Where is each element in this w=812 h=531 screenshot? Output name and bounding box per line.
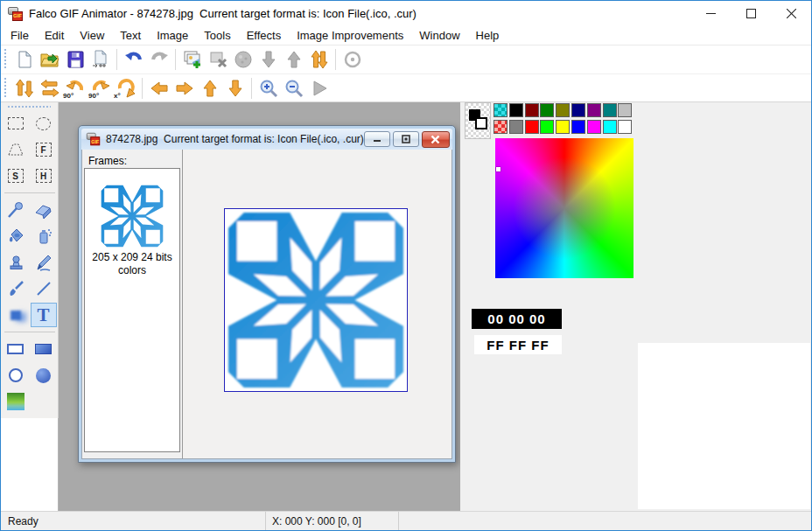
child-close-icon xyxy=(430,135,440,144)
image-child-window[interactable]: GIF 874278.jpg Current target format is:… xyxy=(78,125,456,463)
undo-button[interactable] xyxy=(121,48,146,72)
menu-item-image-improvements[interactable]: Image Improvements xyxy=(289,26,411,45)
tool-select-ellipse[interactable] xyxy=(31,111,57,136)
tool-fill[interactable] xyxy=(3,224,29,248)
palette-swatch-r2c9[interactable] xyxy=(618,120,632,134)
palette-swatch-r1c9[interactable] xyxy=(618,103,632,117)
child-titlebar[interactable]: GIF 874278.jpg Current target format is:… xyxy=(81,129,452,150)
tool-rectangle-filled[interactable] xyxy=(31,337,57,361)
ellipse-outline-icon xyxy=(9,368,23,382)
menu-item-file[interactable]: File xyxy=(3,26,37,45)
zoom-out-button[interactable] xyxy=(281,76,306,100)
palette-swatch-r2c8[interactable] xyxy=(603,120,617,134)
move-right-button[interactable] xyxy=(172,76,197,100)
palette-swatch-r1c7[interactable] xyxy=(587,103,601,117)
toolbar-grip-2[interactable] xyxy=(4,78,8,99)
rotate-any-button[interactable]: x° xyxy=(113,76,138,100)
flip-horizontal-button[interactable] xyxy=(37,76,62,100)
tool-ellipse-outline[interactable] xyxy=(3,363,29,388)
toolbox-grip[interactable] xyxy=(8,105,51,109)
palette-swatch-r2c7[interactable] xyxy=(587,120,601,134)
tool-rectangle-outline[interactable] xyxy=(3,337,29,361)
move-down-button[interactable] xyxy=(222,76,248,100)
foreground-background-colors[interactable] xyxy=(465,102,491,139)
ellipse-filled-icon xyxy=(36,368,51,383)
tool-select-polygon[interactable] xyxy=(3,137,29,162)
polygon-select-icon xyxy=(6,142,25,157)
minimize-icon xyxy=(706,9,716,18)
window-title: Falco GIF Animator - 874278.jpg Current … xyxy=(29,7,416,20)
palette-swatch-r2c4[interactable] xyxy=(540,120,554,134)
maximize-button[interactable] xyxy=(731,1,771,26)
palette-swatch-r1c1[interactable] xyxy=(494,103,508,117)
background-color-swatch[interactable] xyxy=(475,117,487,129)
menu-item-help[interactable]: Help xyxy=(468,26,508,45)
minimize-button[interactable] xyxy=(690,1,731,26)
rotate-left-90-button[interactable]: 90° xyxy=(62,76,88,100)
tool-text[interactable]: T xyxy=(31,303,57,327)
zoom-in-button[interactable] xyxy=(256,76,281,100)
child-restore-button[interactable] xyxy=(393,131,419,147)
frame-thumbnail[interactable] xyxy=(101,185,164,248)
app-window: GIF Falco GIF Animator - 874278.jpg Curr… xyxy=(0,0,812,531)
new-document-icon xyxy=(14,49,35,70)
palette-swatch-r2c6[interactable] xyxy=(571,120,585,134)
frames-list[interactable]: 205 x 209 24 bits colors xyxy=(84,168,180,452)
menu-item-text[interactable]: Text xyxy=(112,26,149,45)
palette-swatch-r1c3[interactable] xyxy=(525,103,539,117)
menu-item-window[interactable]: Window xyxy=(411,26,467,45)
tool-pencil[interactable] xyxy=(31,250,57,275)
primary-color-hex[interactable]: 00 00 00 xyxy=(472,309,562,329)
tool-spray[interactable] xyxy=(31,224,57,248)
export-frame-button[interactable] xyxy=(88,48,113,72)
palette-swatch-r2c1[interactable] xyxy=(494,120,508,134)
tool-stamp[interactable] xyxy=(3,250,29,275)
menu-item-edit[interactable]: Edit xyxy=(37,26,72,45)
menu-item-image[interactable]: Image xyxy=(149,26,196,45)
tool-eyedropper[interactable] xyxy=(3,198,29,222)
color-gradient-picker[interactable] xyxy=(495,138,634,278)
image-canvas[interactable] xyxy=(224,208,408,392)
palette-swatch-r2c2[interactable] xyxy=(509,120,523,134)
rotate-right-label: 90° xyxy=(88,92,99,100)
new-button[interactable] xyxy=(11,48,37,72)
export-frame-icon xyxy=(90,49,111,70)
smudge-icon xyxy=(10,311,21,320)
tool-ellipse-filled[interactable] xyxy=(31,363,57,388)
tool-smudge[interactable] xyxy=(3,303,29,327)
rotate-left-label: 90° xyxy=(63,92,74,100)
tool-line[interactable] xyxy=(31,276,57,301)
palette-swatch-r1c2[interactable] xyxy=(509,103,523,117)
menu-item-tools[interactable]: Tools xyxy=(196,26,238,45)
toolbar-grip[interactable] xyxy=(4,49,8,70)
flip-vertical-button[interactable] xyxy=(11,76,37,100)
rotate-right-90-button[interactable]: 90° xyxy=(88,76,113,100)
tool-eraser[interactable] xyxy=(31,198,57,222)
tool-brush[interactable] xyxy=(3,276,29,301)
palette-swatch-r1c5[interactable] xyxy=(556,103,570,117)
palette-swatch-r1c8[interactable] xyxy=(603,103,617,117)
close-button[interactable] xyxy=(771,1,811,26)
tool-select-f[interactable]: F xyxy=(31,137,57,162)
palette-swatch-r1c6[interactable] xyxy=(571,103,585,117)
child-minimize-button[interactable] xyxy=(364,131,390,147)
tool-select-h[interactable]: H xyxy=(31,164,57,188)
menu-item-effects[interactable]: Effects xyxy=(239,26,290,45)
move-left-button[interactable] xyxy=(146,76,172,100)
secondary-color-hex[interactable]: FF FF FF xyxy=(474,335,562,354)
app-icon-label: GIF xyxy=(13,13,22,18)
open-button[interactable] xyxy=(37,48,62,72)
swap-frames-button[interactable] xyxy=(306,48,332,72)
palette-swatch-r2c3[interactable] xyxy=(525,120,539,134)
save-button[interactable] xyxy=(62,48,88,72)
palette-swatch-r2c5[interactable] xyxy=(556,120,570,134)
menu-item-view[interactable]: View xyxy=(72,26,112,45)
arrow-right-icon xyxy=(174,78,195,99)
tool-select-s[interactable]: S xyxy=(3,164,29,188)
move-up-button[interactable] xyxy=(197,76,222,100)
palette-swatch-r1c4[interactable] xyxy=(540,103,554,117)
child-close-button[interactable] xyxy=(422,131,450,148)
add-frame-button[interactable] xyxy=(179,48,205,72)
tool-gradient[interactable] xyxy=(3,389,29,414)
tool-select-rectangle[interactable] xyxy=(3,111,29,136)
